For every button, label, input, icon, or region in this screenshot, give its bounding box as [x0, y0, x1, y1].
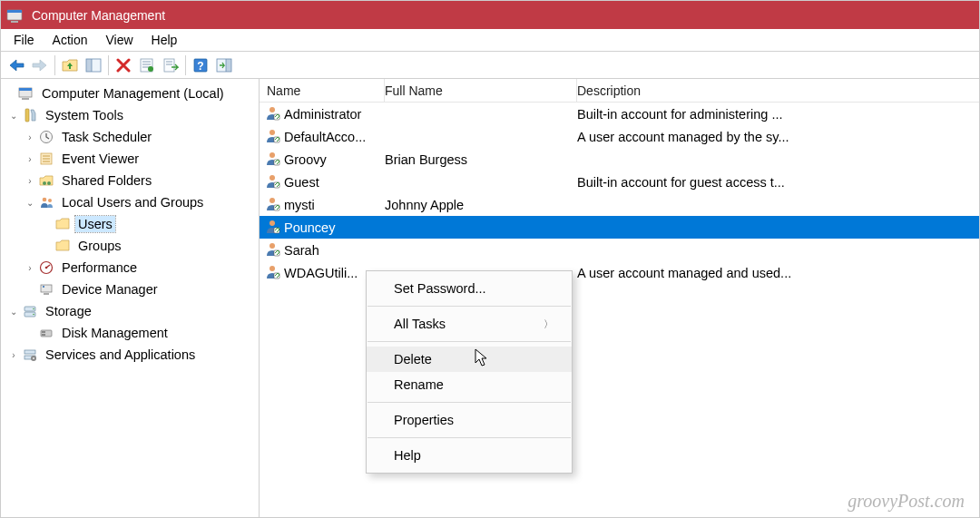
list-row[interactable]: GuestBuilt-in account for guest access t…	[260, 171, 979, 193]
user-icon	[264, 127, 280, 146]
export-list-icon[interactable]	[159, 54, 182, 77]
list-header: Name Full Name Description	[260, 79, 979, 103]
context-item-label: All Tasks	[394, 317, 446, 331]
tree-event-viewer[interactable]: › Event Viewer	[4, 148, 259, 170]
list-row[interactable]: AdministratorBuilt-in account for admini…	[260, 103, 979, 125]
tree-task-scheduler[interactable]: › Task Scheduler	[4, 126, 259, 148]
context-set-password[interactable]: Set Password...	[367, 276, 572, 301]
context-item-label: Properties	[394, 413, 454, 427]
svg-point-52	[270, 152, 275, 158]
menu-help[interactable]: Help	[142, 31, 187, 49]
up-folder-icon[interactable]	[58, 54, 82, 77]
tree-root[interactable]: Computer Management (Local)	[4, 83, 259, 104]
tree-expander[interactable]: ›	[7, 348, 20, 361]
context-item-label: Rename	[394, 377, 444, 392]
col-fullname-header[interactable]: Full Name	[385, 79, 577, 102]
tree-services-apps[interactable]: › Services and Applications	[4, 344, 259, 366]
svg-point-31	[48, 199, 52, 202]
user-name: DefaultAcco...	[284, 130, 366, 144]
svg-point-30	[42, 198, 46, 202]
context-item-label: Delete	[394, 352, 432, 367]
tree-device-manager[interactable]: Device Manager	[4, 279, 259, 300]
cell-fullname: Brian Burgess	[385, 152, 577, 167]
svg-point-10	[148, 66, 153, 72]
menu-view[interactable]: View	[96, 31, 142, 49]
chevron-right-icon: 〉	[544, 318, 554, 331]
refresh-icon[interactable]	[135, 54, 159, 77]
folder-icon	[54, 216, 71, 232]
tree-pane[interactable]: Computer Management (Local) ⌄ System Too…	[1, 79, 260, 517]
tree-expander[interactable]: ›	[24, 131, 36, 143]
user-name: mysti	[284, 198, 315, 212]
user-icon	[264, 150, 280, 169]
context-all-tasks[interactable]: All Tasks〉	[367, 311, 572, 337]
svg-rect-44	[24, 350, 35, 354]
cell-fullname: Johnny Apple	[385, 198, 577, 212]
svg-point-28	[43, 181, 46, 185]
tree-system-tools[interactable]: ⌄ System Tools	[4, 104, 259, 126]
cell-description: Built-in account for administering ...	[577, 107, 979, 122]
context-rename[interactable]: Rename	[367, 372, 572, 397]
tree-label: Computer Management (Local)	[39, 85, 227, 102]
list-row[interactable]: DefaultAcco...A user account managed by …	[260, 125, 979, 148]
tree-storage[interactable]: ⌄ Storage	[4, 300, 259, 322]
col-name-header[interactable]: Name	[260, 79, 385, 102]
delete-icon[interactable]	[112, 54, 135, 77]
tree-shared-folders[interactable]: › Shared Folders	[4, 170, 259, 191]
svg-rect-42	[42, 331, 45, 333]
svg-text:?: ?	[197, 60, 203, 73]
tree-performance[interactable]: › Performance	[4, 257, 259, 279]
tree-expander[interactable]: ›	[24, 152, 36, 165]
tree-label: Storage	[43, 303, 94, 319]
tree-expander[interactable]: ⌄	[24, 196, 36, 209]
menu-help-label: Help	[152, 33, 178, 47]
svg-point-47	[33, 357, 34, 359]
tree-expander[interactable]: ⌄	[7, 109, 20, 122]
menu-action[interactable]: Action	[44, 31, 97, 49]
tree-disk-management[interactable]: Disk Management	[4, 322, 259, 344]
svg-point-40	[33, 314, 34, 316]
tree-local-users-groups[interactable]: ⌄ Local Users and Groups	[4, 191, 259, 213]
tree-groups[interactable]: Groups	[4, 235, 259, 257]
context-help[interactable]: Help	[367, 443, 572, 468]
col-description-header[interactable]: Description	[577, 79, 979, 102]
menu-view-label: View	[105, 33, 132, 47]
disk-management-icon	[38, 325, 54, 341]
cell-name: DefaultAcco...	[260, 127, 385, 146]
cell-name: Sarah	[260, 240, 385, 259]
show-action-pane-icon[interactable]	[212, 54, 236, 77]
context-properties[interactable]: Properties	[367, 407, 572, 433]
svg-rect-4	[86, 59, 92, 72]
shared-folders-icon	[38, 172, 54, 189]
services-apps-icon	[22, 347, 38, 363]
list-row[interactable]: Pouncey	[260, 216, 979, 239]
tree-label: Local Users and Groups	[59, 194, 206, 210]
forward-icon[interactable]	[28, 54, 52, 77]
show-hide-tree-icon[interactable]	[82, 54, 105, 77]
back-icon[interactable]	[5, 54, 28, 77]
svg-point-39	[33, 308, 34, 310]
context-separator	[368, 306, 571, 307]
svg-point-56	[270, 198, 275, 203]
menu-file[interactable]: File	[5, 31, 44, 49]
user-name: Guest	[284, 175, 319, 190]
tree-expander[interactable]: ›	[24, 174, 36, 187]
list-row[interactable]: Sarah	[260, 239, 979, 261]
users-groups-icon	[38, 194, 54, 210]
device-manager-icon	[38, 281, 54, 298]
list-row[interactable]: mystiJohnny Apple	[260, 193, 979, 216]
cell-name: Administrator	[260, 104, 385, 123]
tree-label: Event Viewer	[59, 151, 142, 167]
svg-rect-11	[164, 59, 174, 72]
cell-description: A user account managed by the sy...	[577, 130, 979, 144]
user-name: WDAGUtili...	[284, 266, 358, 280]
system-tools-icon	[22, 107, 38, 123]
help-icon[interactable]: ?	[189, 54, 212, 77]
tree-expander[interactable]: ⌄	[7, 305, 20, 318]
tree-users[interactable]: Users	[4, 213, 259, 235]
context-delete[interactable]: Delete	[367, 347, 572, 372]
tree-expander[interactable]: ›	[24, 261, 36, 274]
list-row[interactable]: GroovyBrian Burgess	[260, 148, 979, 171]
svg-rect-20	[19, 88, 32, 91]
menu-bar: File Action View Help	[1, 29, 979, 52]
